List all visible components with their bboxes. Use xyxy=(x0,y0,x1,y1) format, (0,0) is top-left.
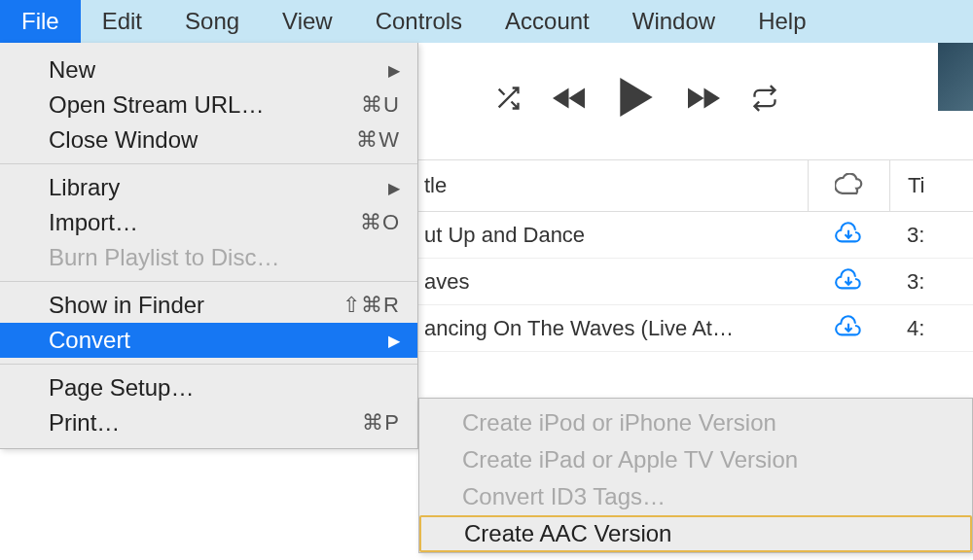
keyboard-shortcut: ⌘U xyxy=(361,92,400,118)
column-header-title[interactable]: tle xyxy=(418,173,808,198)
menu-item-label: Convert ID3 Tags… xyxy=(462,483,666,510)
menu-item-page-setup[interactable]: Page Setup… xyxy=(0,370,417,405)
menu-separator xyxy=(0,364,417,365)
menu-item-new[interactable]: New ▶ xyxy=(0,52,417,88)
menu-separator xyxy=(0,281,417,282)
song-duration: 3: xyxy=(889,223,973,248)
menu-file[interactable]: File xyxy=(0,0,81,43)
menu-item-label: Page Setup… xyxy=(49,374,194,402)
shuffle-icon[interactable] xyxy=(494,85,522,119)
menu-account[interactable]: Account xyxy=(484,0,611,43)
menu-help[interactable]: Help xyxy=(737,0,827,43)
song-title: ancing On The Waves (Live At… xyxy=(418,316,808,341)
menu-item-label: Import… xyxy=(49,209,138,236)
cloud-icon xyxy=(835,171,864,201)
menu-item-label: Library xyxy=(49,174,120,201)
menu-item-label: Create iPad or Apple TV Version xyxy=(462,446,798,473)
rewind-icon[interactable] xyxy=(553,85,588,119)
menu-item-burn-playlist: Burn Playlist to Disc… xyxy=(0,240,417,275)
menu-item-label: Create AAC Version xyxy=(464,520,671,547)
song-title: ut Up and Dance xyxy=(418,223,808,248)
submenu-item-create-ipod-version: Create iPod or iPhone Version xyxy=(419,404,972,441)
file-menu-dropdown: New ▶ Open Stream URL… ⌘U Close Window ⌘… xyxy=(0,43,418,449)
menu-item-label: Show in Finder xyxy=(49,292,204,319)
submenu-item-create-ipad-version: Create iPad or Apple TV Version xyxy=(419,441,972,478)
menu-item-library[interactable]: Library ▶ xyxy=(0,170,417,205)
menu-item-import[interactable]: Import… ⌘O xyxy=(0,205,417,240)
menu-window[interactable]: Window xyxy=(611,0,737,43)
keyboard-shortcut: ⌘P xyxy=(362,410,400,436)
keyboard-shortcut: ⌘W xyxy=(356,127,400,153)
column-header-cloud[interactable] xyxy=(808,160,889,211)
chevron-right-icon: ▶ xyxy=(388,61,400,80)
menu-song[interactable]: Song xyxy=(163,0,261,43)
menu-item-open-stream-url[interactable]: Open Stream URL… ⌘U xyxy=(0,88,417,122)
playback-controls xyxy=(418,43,973,159)
menu-item-convert[interactable]: Convert ▶ xyxy=(0,323,417,358)
chevron-right-icon: ▶ xyxy=(388,332,400,350)
menu-item-label: Close Window xyxy=(49,126,198,154)
menu-item-label: Burn Playlist to Disc… xyxy=(49,244,279,271)
keyboard-shortcut: ⇧⌘R xyxy=(342,293,400,318)
table-row[interactable]: aves 3: xyxy=(418,259,973,305)
menu-item-label: Create iPod or iPhone Version xyxy=(462,409,776,437)
menu-item-show-in-finder[interactable]: Show in Finder ⇧⌘R xyxy=(0,288,417,323)
song-duration: 4: xyxy=(889,316,973,341)
fast-forward-icon[interactable] xyxy=(685,85,720,119)
chevron-right-icon: ▶ xyxy=(388,179,400,197)
menu-item-label: Open Stream URL… xyxy=(49,91,264,119)
song-duration: 3: xyxy=(889,269,973,295)
menu-item-print[interactable]: Print… ⌘P xyxy=(0,405,417,440)
menu-item-label: New xyxy=(49,56,95,84)
play-icon[interactable] xyxy=(619,78,654,125)
column-header-time[interactable]: Ti xyxy=(889,160,973,211)
keyboard-shortcut: ⌘O xyxy=(360,210,400,235)
table-header: tle Ti xyxy=(418,159,973,212)
menu-item-label: Convert xyxy=(49,327,130,354)
album-art-thumbnail[interactable] xyxy=(938,43,973,111)
cloud-download-icon[interactable] xyxy=(808,313,889,344)
song-title: aves xyxy=(418,269,808,295)
menu-item-label: Print… xyxy=(49,409,120,437)
cloud-download-icon[interactable] xyxy=(808,266,889,298)
menu-separator xyxy=(0,163,417,164)
menu-controls[interactable]: Controls xyxy=(354,0,484,43)
menu-item-close-window[interactable]: Close Window ⌘W xyxy=(0,122,417,158)
menu-edit[interactable]: Edit xyxy=(81,0,163,43)
table-row[interactable]: ancing On The Waves (Live At… 4: xyxy=(418,305,973,352)
convert-submenu: Create iPod or iPhone Version Create iPa… xyxy=(418,398,973,553)
menu-view[interactable]: View xyxy=(261,0,354,43)
submenu-item-create-aac-version[interactable]: Create AAC Version xyxy=(419,515,972,552)
menubar: File Edit Song View Controls Account Win… xyxy=(0,0,973,43)
repeat-icon[interactable] xyxy=(751,85,778,119)
table-row[interactable]: ut Up and Dance 3: xyxy=(418,212,973,259)
submenu-item-convert-id3-tags: Convert ID3 Tags… xyxy=(419,478,972,515)
cloud-download-icon[interactable] xyxy=(808,220,889,251)
